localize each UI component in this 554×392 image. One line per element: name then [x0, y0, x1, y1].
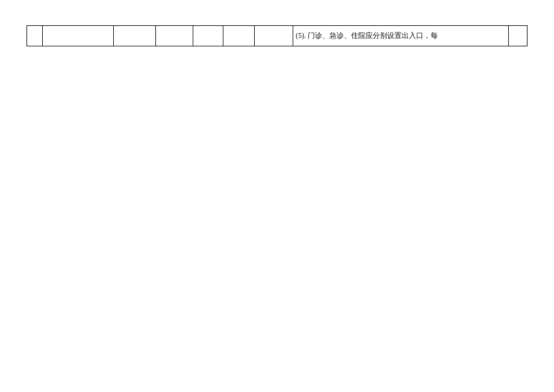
- cell-9: [509, 26, 528, 46]
- table-row: (5). 门诊、急诊、住院应分别设置出入口，每: [27, 26, 528, 46]
- cell-1: [27, 26, 43, 46]
- cell-2: [43, 26, 114, 46]
- cell-content: (5). 门诊、急诊、住院应分别设置出入口，每: [293, 26, 509, 46]
- cell-6: [223, 26, 255, 46]
- cell-3: [114, 26, 156, 46]
- data-table: (5). 门诊、急诊、住院应分别设置出入口，每: [26, 25, 528, 46]
- cell-5: [193, 26, 223, 46]
- cell-7: [255, 26, 293, 46]
- cell-4: [156, 26, 193, 46]
- document-page: (5). 门诊、急诊、住院应分别设置出入口，每: [0, 0, 554, 46]
